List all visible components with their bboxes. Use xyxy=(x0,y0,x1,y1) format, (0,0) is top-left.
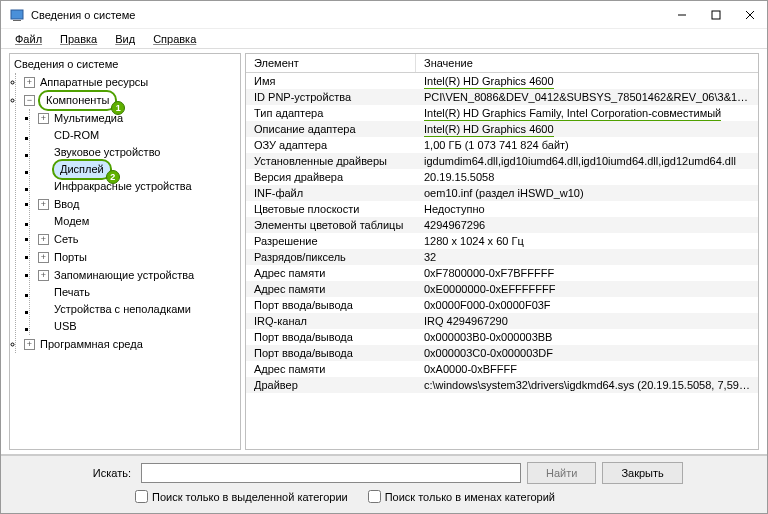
cell-key: Цветовые плоскости xyxy=(246,201,416,217)
tree-modem[interactable]: Модем xyxy=(52,213,91,230)
tree-problem[interactable]: Устройства с неполадками xyxy=(52,301,193,318)
menu-view[interactable]: Вид xyxy=(107,31,143,47)
maximize-button[interactable] xyxy=(699,1,733,29)
table-row[interactable]: Порт ввода/вывода0x000003C0-0x000003DF xyxy=(246,345,758,361)
tree-pane[interactable]: Сведения о системе +Аппаратные ресурсы −… xyxy=(9,53,241,450)
cell-key: Разрешение xyxy=(246,233,416,249)
minimize-button[interactable] xyxy=(665,1,699,29)
tree-cdrom[interactable]: CD-ROM xyxy=(52,127,101,144)
table-row[interactable]: Разрешение1280 x 1024 x 60 Гц xyxy=(246,233,758,249)
cell-value: 1,00 ГБ (1 073 741 824 байт) xyxy=(416,137,758,153)
tree-printing[interactable]: Печать xyxy=(52,284,92,301)
column-header[interactable]: Элемент Значение xyxy=(246,54,758,73)
cell-value: 4294967296 xyxy=(416,217,758,233)
cell-value: 32 xyxy=(416,249,758,265)
cell-key: Адрес памяти xyxy=(246,361,416,377)
cell-value: 20.19.15.5058 xyxy=(416,169,758,185)
detail-pane[interactable]: Элемент Значение ИмяIntel(R) HD Graphics… xyxy=(245,53,759,450)
cell-key: Порт ввода/вывода xyxy=(246,345,416,361)
cell-value: 0x000003C0-0x000003DF xyxy=(416,345,758,361)
annotation-badge-2: 2 xyxy=(106,170,120,184)
cell-value: Недоступно xyxy=(416,201,758,217)
table-row[interactable]: Элементы цветовой таблицы4294967296 xyxy=(246,217,758,233)
tree-input[interactable]: Ввод xyxy=(52,196,81,213)
cell-value: Intel(R) HD Graphics Family, Intel Corpo… xyxy=(416,105,758,121)
cell-value: c:\windows\system32\drivers\igdkmd64.sys… xyxy=(416,377,758,393)
col-value[interactable]: Значение xyxy=(416,54,481,72)
cell-value: Intel(R) HD Graphics 4600 xyxy=(416,121,758,137)
tree-software[interactable]: Программная среда xyxy=(38,336,145,353)
expand-icon[interactable]: + xyxy=(38,199,49,210)
table-row[interactable]: Адрес памяти0xA0000-0xBFFFF xyxy=(246,361,758,377)
cell-key: Разрядов/пиксель xyxy=(246,249,416,265)
table-row[interactable]: Адрес памяти0xF7800000-0xF7BFFFFF xyxy=(246,265,758,281)
expand-icon[interactable]: + xyxy=(38,113,49,124)
find-button[interactable]: Найти xyxy=(527,462,596,484)
only-names-checkbox[interactable]: Поиск только в именах категорий xyxy=(368,490,555,503)
cell-value: PCI\VEN_8086&DEV_0412&SUBSYS_78501462&RE… xyxy=(416,89,758,105)
table-row[interactable]: Порт ввода/вывода0x0000F000-0x0000F03F xyxy=(246,297,758,313)
search-input[interactable] xyxy=(141,463,521,483)
tree-hardware[interactable]: Аппаратные ресурсы xyxy=(38,74,150,91)
table-row[interactable]: IRQ-каналIRQ 4294967290 xyxy=(246,313,758,329)
tree-display[interactable]: Дисплей2 xyxy=(52,159,112,180)
expand-icon[interactable]: + xyxy=(38,252,49,263)
cell-key: Описание адаптера xyxy=(246,121,416,137)
cell-key: Драйвер xyxy=(246,377,416,393)
window-title: Сведения о системе xyxy=(31,9,665,21)
collapse-icon[interactable]: − xyxy=(24,95,35,106)
tree-root[interactable]: Сведения о системе xyxy=(12,56,120,73)
close-button[interactable] xyxy=(733,1,767,29)
cell-key: Версия драйвера xyxy=(246,169,416,185)
table-row[interactable]: Описание адаптераIntel(R) HD Graphics 46… xyxy=(246,121,758,137)
table-row[interactable]: Версия драйвера20.19.15.5058 xyxy=(246,169,758,185)
tree-usb[interactable]: USB xyxy=(52,318,79,335)
tree-storage[interactable]: Запоминающие устройства xyxy=(52,267,196,284)
table-row[interactable]: Цветовые плоскостиНедоступно xyxy=(246,201,758,217)
tree-infrared[interactable]: Инфракрасные устройства xyxy=(52,178,194,195)
close-dialog-button[interactable]: Закрыть xyxy=(602,462,682,484)
tree-ports[interactable]: Порты xyxy=(52,249,89,266)
table-row[interactable]: INF-файлoem10.inf (раздел iHSWD_w10) xyxy=(246,185,758,201)
table-row[interactable]: Адрес памяти0xE0000000-0xEFFFFFFF xyxy=(246,281,758,297)
svg-rect-1 xyxy=(13,20,21,21)
cell-value: 1280 x 1024 x 60 Гц xyxy=(416,233,758,249)
expand-icon[interactable]: + xyxy=(38,234,49,245)
expand-icon[interactable]: + xyxy=(24,77,35,88)
table-row[interactable]: Тип адаптераIntel(R) HD Graphics Family,… xyxy=(246,105,758,121)
cell-key: INF-файл xyxy=(246,185,416,201)
tree-components[interactable]: Компоненты1 xyxy=(38,90,117,111)
table-row[interactable]: Разрядов/пиксель32 xyxy=(246,249,758,265)
cell-key: Порт ввода/вывода xyxy=(246,329,416,345)
menu-edit[interactable]: Правка xyxy=(52,31,105,47)
cell-value: Intel(R) HD Graphics 4600 xyxy=(416,73,758,89)
expand-icon[interactable]: + xyxy=(24,339,35,350)
table-row[interactable]: ИмяIntel(R) HD Graphics 4600 xyxy=(246,73,758,89)
svg-rect-3 xyxy=(712,11,720,19)
table-row[interactable]: Порт ввода/вывода0x000003B0-0x000003BB xyxy=(246,329,758,345)
cell-key: Установленные драйверы xyxy=(246,153,416,169)
cell-key: Адрес памяти xyxy=(246,281,416,297)
cell-key: Тип адаптера xyxy=(246,105,416,121)
cell-key: Элементы цветовой таблицы xyxy=(246,217,416,233)
cell-key: Адрес памяти xyxy=(246,265,416,281)
table-row[interactable]: ОЗУ адаптера1,00 ГБ (1 073 741 824 байт) xyxy=(246,137,758,153)
menu-help[interactable]: Справка xyxy=(145,31,204,47)
svg-rect-0 xyxy=(11,10,23,19)
cell-key: Имя xyxy=(246,73,416,89)
search-label: Искать: xyxy=(11,467,131,479)
table-row[interactable]: ID PNP-устройстваPCI\VEN_8086&DEV_0412&S… xyxy=(246,89,758,105)
cell-value: 0x000003B0-0x000003BB xyxy=(416,329,758,345)
cell-key: ОЗУ адаптера xyxy=(246,137,416,153)
cell-value: 0xE0000000-0xEFFFFFFF xyxy=(416,281,758,297)
cell-key: Порт ввода/вывода xyxy=(246,297,416,313)
table-row[interactable]: Драйверc:\windows\system32\drivers\igdkm… xyxy=(246,377,758,393)
expand-icon[interactable]: + xyxy=(38,270,49,281)
table-row[interactable]: Установленные драйверыigdumdim64.dll,igd… xyxy=(246,153,758,169)
col-element[interactable]: Элемент xyxy=(246,54,416,72)
menu-file[interactable]: Файл xyxy=(7,31,50,47)
tree-network[interactable]: Сеть xyxy=(52,231,80,248)
cell-key: IRQ-канал xyxy=(246,313,416,329)
only-selected-checkbox[interactable]: Поиск только в выделенной категории xyxy=(135,490,348,503)
cell-value: 0xF7800000-0xF7BFFFFF xyxy=(416,265,758,281)
